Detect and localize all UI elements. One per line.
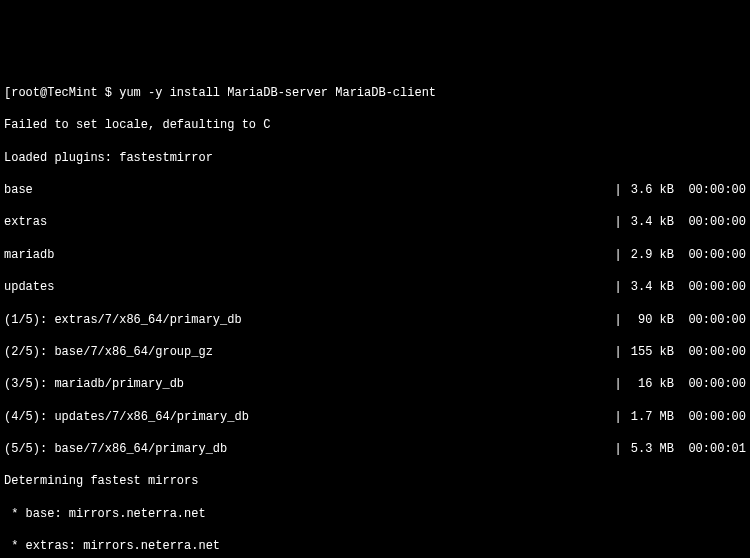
repo-row: mariadb|2.9 kB00:00:00 [4, 247, 746, 263]
download-stats: |1.7 MB00:00:00 [614, 409, 746, 425]
repo-stats: |3.6 kB00:00:00 [614, 182, 746, 198]
download-stats: |90 kB00:00:00 [614, 312, 746, 328]
repo-name: updates [4, 279, 54, 295]
repo-stats: |3.4 kB00:00:00 [614, 214, 746, 230]
repo-name: base [4, 182, 33, 198]
preamble-line: Loaded plugins: fastestmirror [4, 150, 746, 166]
download-row: (1/5): extras/7/x86_64/primary_db|90 kB0… [4, 312, 746, 328]
repo-row: base|3.6 kB00:00:00 [4, 182, 746, 198]
download-name: (2/5): base/7/x86_64/group_gz [4, 344, 213, 360]
repo-stats: |3.4 kB00:00:00 [614, 279, 746, 295]
repo-stats: |2.9 kB00:00:00 [614, 247, 746, 263]
download-stats: |155 kB00:00:00 [614, 344, 746, 360]
repo-name: mariadb [4, 247, 54, 263]
preamble-line: Failed to set locale, defaulting to C [4, 117, 746, 133]
download-name: (1/5): extras/7/x86_64/primary_db [4, 312, 242, 328]
terminal-output: [root@TecMint $ yum -y install MariaDB-s… [4, 69, 746, 558]
repo-name: extras [4, 214, 47, 230]
mirror-line: * base: mirrors.neterra.net [4, 506, 746, 522]
repo-row: extras|3.4 kB00:00:00 [4, 214, 746, 230]
download-name: (3/5): mariadb/primary_db [4, 376, 184, 392]
download-row: (2/5): base/7/x86_64/group_gz|155 kB00:0… [4, 344, 746, 360]
command-prompt: [root@TecMint $ yum -y install MariaDB-s… [4, 85, 746, 101]
download-name: (5/5): base/7/x86_64/primary_db [4, 441, 227, 457]
mirrors-header: Determining fastest mirrors [4, 473, 746, 489]
download-stats: |16 kB00:00:00 [614, 376, 746, 392]
download-row: (4/5): updates/7/x86_64/primary_db|1.7 M… [4, 409, 746, 425]
download-row: (3/5): mariadb/primary_db|16 kB00:00:00 [4, 376, 746, 392]
download-name: (4/5): updates/7/x86_64/primary_db [4, 409, 249, 425]
download-row: (5/5): base/7/x86_64/primary_db|5.3 MB00… [4, 441, 746, 457]
mirror-line: * extras: mirrors.neterra.net [4, 538, 746, 554]
repo-row: updates|3.4 kB00:00:00 [4, 279, 746, 295]
download-stats: |5.3 MB00:00:01 [614, 441, 746, 457]
